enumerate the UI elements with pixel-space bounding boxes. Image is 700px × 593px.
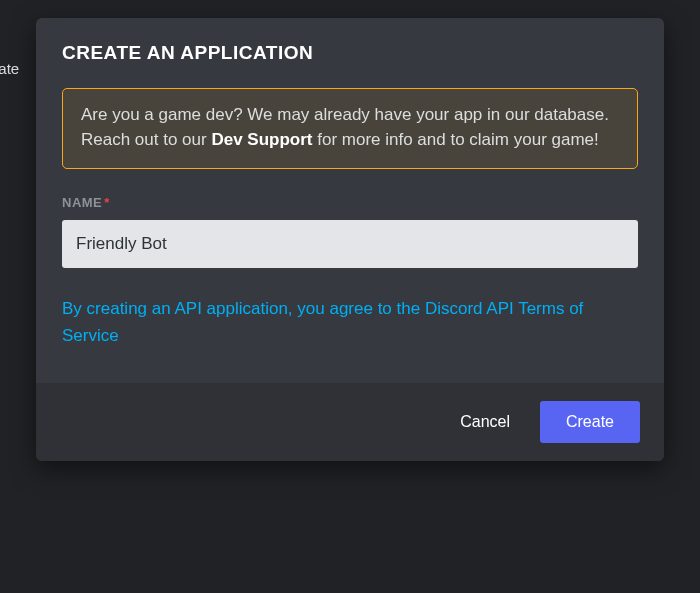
name-label-text: NAME (62, 195, 102, 210)
modal-body: CREATE AN APPLICATION Are you a game dev… (36, 18, 664, 383)
tos-link[interactable]: By creating an API application, you agre… (62, 299, 583, 344)
background-partial-text: eate (0, 60, 19, 77)
game-dev-info-banner: Are you a game dev? We may already have … (62, 88, 638, 169)
modal-title: CREATE AN APPLICATION (62, 42, 638, 64)
info-text-after: for more info and to claim your game! (312, 130, 598, 149)
create-application-modal: CREATE AN APPLICATION Are you a game dev… (36, 18, 664, 461)
required-indicator: * (104, 195, 110, 210)
info-banner-text: Are you a game dev? We may already have … (81, 103, 619, 152)
modal-footer: Cancel Create (36, 383, 664, 461)
name-field-label: NAME* (62, 195, 638, 210)
cancel-button[interactable]: Cancel (438, 401, 532, 443)
dev-support-link[interactable]: Dev Support (211, 130, 312, 149)
tos-container: By creating an API application, you agre… (62, 296, 638, 349)
create-button[interactable]: Create (540, 401, 640, 443)
application-name-input[interactable] (62, 220, 638, 268)
